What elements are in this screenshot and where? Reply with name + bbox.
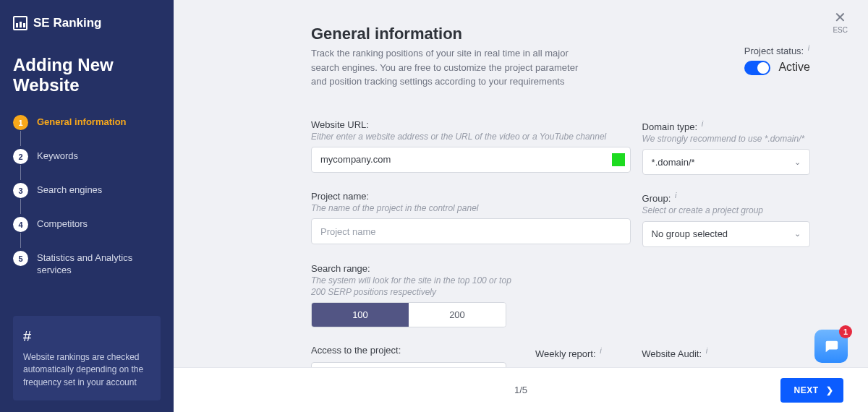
domain-type-select[interactable]: *.domain/* ⌄: [642, 149, 810, 175]
field-label: Group:: [642, 193, 671, 204]
search-range-field: Search range: The system will look for t…: [311, 263, 514, 327]
field-hint: The system will look for the site in the…: [311, 275, 514, 298]
step-label: Competitors: [37, 217, 88, 231]
field-hint: Select or create a project group: [642, 205, 810, 216]
chevron-down-icon: ⌄: [794, 229, 801, 239]
wizard-steps: 1 General information 2 Keywords 3 Searc…: [13, 115, 161, 277]
close-button[interactable]: ✕ ESC: [833, 10, 848, 34]
wizard-footer: 1/5 NEXT ❯: [174, 367, 868, 412]
page-progress: 1/5: [514, 385, 527, 395]
search-range-segmented: 100 200: [311, 302, 506, 327]
sidebar: SE Ranking Adding New Website 1 General …: [0, 0, 174, 412]
step-number: 2: [13, 149, 28, 164]
select-value: *.domain/*: [652, 157, 695, 168]
field-label: Access to the project:: [311, 345, 401, 356]
field-label: Website Audit:: [642, 348, 702, 359]
step-label: Keywords: [37, 149, 78, 163]
step-competitors[interactable]: 4 Competitors: [13, 217, 161, 251]
field-label: Weekly report:: [535, 348, 596, 359]
step-number: 4: [13, 217, 28, 232]
step-search-engines[interactable]: 3 Search engines: [13, 183, 161, 217]
project-status-toggle[interactable]: [744, 61, 770, 75]
field-hint: We strongly recommend to use *.domain/*: [642, 133, 810, 145]
main-panel: ✕ ESC General information Track the rank…: [174, 0, 868, 412]
info-icon[interactable]: i: [675, 191, 676, 199]
website-url-field: Website URL: Either enter a website addr…: [311, 119, 631, 176]
search-range-option-100[interactable]: 100: [312, 303, 409, 327]
step-number: 5: [13, 251, 28, 266]
next-button-label: NEXT: [793, 385, 818, 395]
next-button[interactable]: NEXT ❯: [780, 378, 843, 403]
step-label: Statistics and Analytics services: [37, 251, 161, 277]
favicon-icon: [612, 153, 625, 166]
field-label: Project name:: [311, 191, 631, 202]
hash-icon: #: [23, 326, 150, 347]
step-label: General information: [37, 115, 127, 129]
info-icon[interactable]: i: [702, 119, 703, 128]
select-value: No group selected: [652, 228, 728, 239]
sidebar-info-box: # Website rankings are checked automatic…: [13, 316, 161, 400]
close-label: ESC: [833, 26, 848, 34]
page-description: Track the ranking positions of your site…: [311, 46, 586, 89]
close-icon: ✕: [833, 10, 848, 25]
status-label: Project status:: [744, 46, 804, 56]
page-title: General information: [311, 25, 723, 43]
field-hint: Either enter a website address or the UR…: [311, 131, 631, 142]
field-label: Search range:: [311, 263, 514, 274]
project-name-field: Project name: The name of the project in…: [311, 191, 631, 247]
step-general-information[interactable]: 1 General information: [13, 115, 161, 149]
step-statistics[interactable]: 5 Statistics and Analytics services: [13, 251, 161, 277]
project-status: Project status: i Active: [744, 25, 810, 75]
brand-logo: SE Ranking: [13, 16, 161, 30]
field-label: Domain type:: [642, 121, 698, 132]
info-icon[interactable]: i: [600, 346, 601, 355]
project-name-input[interactable]: [311, 218, 631, 244]
info-icon[interactable]: i: [808, 43, 809, 52]
chat-badge: 1: [839, 325, 852, 338]
sidebar-info-text: Website rankings are checked automatical…: [23, 351, 150, 389]
search-range-option-200[interactable]: 200: [409, 303, 506, 327]
info-icon[interactable]: i: [706, 346, 707, 355]
chat-widget[interactable]: 1: [814, 330, 848, 363]
chat-icon: [823, 338, 839, 354]
group-select[interactable]: No group selected ⌄: [642, 221, 810, 247]
bar-chart-icon: [13, 16, 27, 30]
website-url-input[interactable]: [311, 147, 631, 173]
step-keywords[interactable]: 2 Keywords: [13, 149, 161, 183]
step-number: 1: [13, 115, 28, 130]
domain-type-field: Domain type: i We strongly recommend to …: [642, 119, 810, 176]
sidebar-title: Adding New Website: [13, 55, 161, 95]
step-label: Search engines: [37, 183, 102, 197]
field-label: Website URL:: [311, 119, 631, 130]
chevron-down-icon: ⌄: [794, 158, 801, 167]
chevron-right-icon: ❯: [826, 385, 834, 395]
field-hint: The name of the project in the control p…: [311, 202, 631, 214]
step-number: 3: [13, 183, 28, 198]
brand-name: SE Ranking: [33, 16, 101, 30]
status-value: Active: [778, 61, 810, 74]
group-field: Group: i Select or create a project grou…: [642, 191, 810, 247]
